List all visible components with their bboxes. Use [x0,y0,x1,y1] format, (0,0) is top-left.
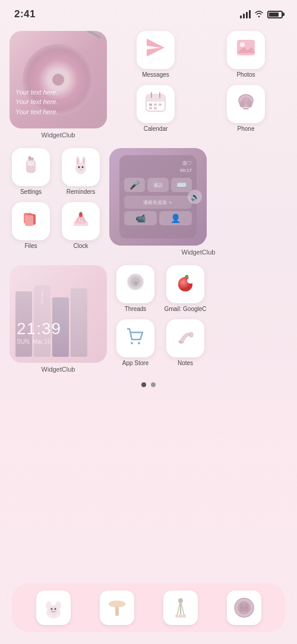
widgetclub-label: WidgetClub [10,131,107,139]
notes-label: Notes [178,360,193,366]
icons-row-top: Messages Photos [114,31,287,78]
status-bar: 2:41 [0,0,297,26]
app-row-1: Your text here. Your text here. Your tex… [10,31,287,139]
svg-point-63 [178,598,183,603]
svg-point-35 [79,212,83,217]
wifi-icon [254,10,264,19]
app-photos[interactable]: Photos [225,31,267,78]
widget2-time: 00:17 [124,168,192,173]
dock-app-sticks[interactable] [163,590,198,625]
svg-point-60 [175,614,179,618]
page-dot-2[interactable] [151,382,156,387]
signal-icon [240,10,251,18]
app-gmail[interactable]: Gmail: GoogleC [164,265,207,312]
svg-rect-9 [149,103,152,106]
app-threads[interactable]: ◎ Threads [114,265,157,312]
svg-point-16 [239,100,245,108]
svg-rect-10 [154,103,157,106]
threads-label: Threads [125,306,147,312]
svg-point-36 [79,219,80,221]
svg-rect-12 [149,107,152,109]
app-reminders[interactable]: Reminders [59,148,102,195]
svg-point-17 [247,100,252,108]
icons-row-bottom: Calendar [114,85,287,132]
app-files[interactable]: Files [10,202,52,249]
app-calendar[interactable]: Calendar [134,85,177,132]
svg-point-27 [83,158,85,165]
appstore-label: App Store [122,360,148,366]
svg-point-45 [131,342,133,344]
clock-icon [70,208,91,234]
svg-point-55 [109,601,125,607]
widgetclub-large[interactable]: Your text here. Your text here. Your tex… [10,31,107,139]
messages-label: Messages [142,71,169,78]
page-dot-1[interactable] [141,382,146,387]
notes-icon [175,325,196,351]
svg-rect-1 [237,40,255,55]
photos-icon [235,36,257,64]
messages-icon [144,36,167,64]
page-indicator [10,382,287,387]
svg-point-46 [138,342,140,344]
vinyl-arm [75,31,102,39]
svg-point-2 [240,42,245,47]
dock-app-stool[interactable] [100,590,134,625]
photos-label: Photos [236,71,255,78]
app-row-2: Settings [10,148,287,256]
widgetclub2-label: WidgetClub [109,249,287,256]
status-icons [240,10,283,19]
app-clock[interactable]: Clock [59,202,102,249]
row2-bottom-icons: Files [10,202,102,249]
battery-icon [267,11,283,18]
app-notes[interactable]: Notes [164,319,207,366]
widgetclub3-label: WidgetClub [10,366,107,373]
row3-right-icons: ◎ Threads [114,265,207,366]
threads-icon: ◎ [125,271,146,297]
svg-point-53 [54,608,56,610]
calendar-label: Calendar [144,125,168,132]
svg-rect-56 [115,607,119,616]
widget-text-overlay: Your text here. Your text here. Your tex… [15,87,58,117]
reminders-label: Reminders [67,189,95,195]
svg-point-26 [77,158,79,165]
phone-icon [235,91,257,117]
svg-rect-18 [243,108,249,109]
svg-point-28 [78,167,80,168]
dock-app-button[interactable] [227,590,261,625]
clock-label: Clock [73,243,88,249]
svg-point-61 [179,614,182,618]
svg-rect-13 [154,107,157,109]
svg-point-37 [81,221,83,222]
svg-rect-32 [25,215,33,226]
dock [12,583,285,632]
svg-marker-0 [147,39,165,56]
app-messages[interactable]: Messages [134,31,177,78]
calendar-icon [144,90,168,118]
widgetclub-books[interactable]: TWICE 21:39 SUN. Mar.16 WidgetClub [10,265,107,373]
app-phone[interactable]: Phone [225,85,267,132]
row3-bottom-icons: App Store Notes [114,319,207,366]
widgetclub-medium[interactable]: 浩♡ 00:17 🎤 通話 ⌨️ 連絡先追加 ＋ 📹 👤 [109,148,287,256]
svg-point-44 [187,278,194,284]
svg-point-29 [82,167,84,168]
svg-text:◎: ◎ [134,280,138,285]
settings-icon [20,154,42,180]
gmail-icon [175,271,196,297]
phone-label: Phone [238,125,255,132]
widget-clock-overlay: 21:39 SUN. Mar.16 [17,319,61,345]
status-time: 2:41 [14,8,36,20]
row3-top-icons: ◎ Threads [114,265,207,312]
app-appstore[interactable]: App Store [114,319,157,366]
files-icon [20,208,42,234]
svg-point-34 [74,221,88,224]
app-row-3: TWICE 21:39 SUN. Mar.16 WidgetClub [10,265,287,373]
svg-rect-22 [29,156,31,158]
dock-app-plush[interactable] [36,590,71,625]
appstore-icon [125,325,146,351]
reminders-icon [70,154,91,180]
gmail-label: Gmail: GoogleC [164,306,206,312]
app-settings[interactable]: Settings [10,148,52,195]
home-screen: Your text here. Your text here. Your tex… [0,26,297,387]
svg-rect-6 [146,99,165,102]
svg-point-51 [49,605,58,615]
